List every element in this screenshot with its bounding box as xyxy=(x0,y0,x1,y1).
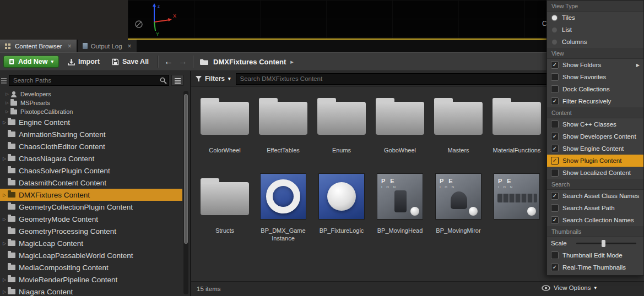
tree-item-label: PixotopeCalibration xyxy=(20,108,73,115)
tree-item-datasmithcontent-content[interactable]: DatasmithContent Content xyxy=(0,177,182,189)
search-paths-input[interactable] xyxy=(9,75,169,86)
expand-arrow-icon[interactable]: ▷ xyxy=(1,241,8,246)
tab-close-icon[interactable]: × xyxy=(68,42,72,50)
tree-item-magicleap-content[interactable]: ▷MagicLeap Content xyxy=(0,237,182,249)
tree-item-dmxfixtures-content[interactable]: ▷DMXFixtures Content xyxy=(0,189,182,201)
funnel-icon xyxy=(196,76,202,82)
folder-tile-enums[interactable]: Enums xyxy=(312,91,371,171)
tree-item-chaosniagara-content[interactable]: ▷ChaosNiagara Content xyxy=(0,152,182,165)
menu-item-show-plugin-content[interactable]: ✓Show Plugin Content xyxy=(547,155,643,167)
folder-tile-colorwheel[interactable]: ColorWheel xyxy=(196,91,254,171)
expand-arrow-icon[interactable]: ▷ xyxy=(1,156,8,161)
folder-tile-structs[interactable]: Structs xyxy=(196,171,254,251)
folder-icon xyxy=(10,109,17,114)
menu-item-show-developers-content[interactable]: ✓Show Developers Content xyxy=(547,130,643,142)
menu-item-search-asset-class-names[interactable]: ✓Search Asset Class Names xyxy=(547,190,643,202)
breadcrumb-label: DMXFixtures Content xyxy=(213,58,286,66)
folder-tile-masters[interactable]: Masters xyxy=(429,91,488,171)
tree-item-magicleappassableworld-content[interactable]: MagicLeapPassableWorld Content xyxy=(0,249,182,261)
menu-item-thumbnail-edit-mode[interactable]: Thumbnail Edit Mode xyxy=(547,249,643,261)
toolbar-separator-2 xyxy=(193,56,194,68)
tree-item-geometrycollectionplugin-content[interactable]: GeometryCollectionPlugin Content xyxy=(0,201,182,213)
expand-arrow-icon[interactable]: ▷ xyxy=(1,217,8,222)
menu-item-real-time-thumbnails[interactable]: ✓Real-Time Thumbnails xyxy=(547,261,643,273)
asset-tile-bp-movingmiror[interactable]: P EI O NBP_MovingMiror xyxy=(429,171,488,251)
tree-item-engine-content[interactable]: ▷Engine Content xyxy=(0,116,182,128)
menu-item-show-favorites[interactable]: Show Favorites xyxy=(547,71,643,83)
asset-thumb: P EI O N xyxy=(377,173,423,220)
menu-item-show-engine-content[interactable]: ✓Show Engine Content xyxy=(547,142,643,155)
expand-arrow-icon[interactable]: ▷ xyxy=(1,193,8,198)
expand-arrow-icon[interactable]: ▷ xyxy=(1,277,8,282)
menu-item-search-collection-names[interactable]: ✓Search Collection Names xyxy=(547,214,643,226)
menu-item-show-localized-content[interactable]: Show Localized Content xyxy=(547,167,643,179)
folder-icon xyxy=(199,58,209,65)
filters-button[interactable]: Filters ▾ xyxy=(196,75,231,83)
checkbox-icon: ✓ xyxy=(551,264,559,271)
expand-arrow-icon[interactable]: ▷ xyxy=(1,120,8,125)
import-button[interactable]: Import xyxy=(64,56,103,67)
tree-item-developers[interactable]: ▷Developers xyxy=(0,90,182,98)
folder-icon xyxy=(8,289,15,294)
fixture-preview xyxy=(394,190,407,212)
tree-item-chaosclotheditor-content[interactable]: ChaosClothEditor Content xyxy=(0,140,182,152)
breadcrumb-arrow-icon[interactable]: ▸ xyxy=(290,58,294,65)
tab-label: Content Browser xyxy=(15,43,62,50)
menu-item-columns[interactable]: Columns xyxy=(547,36,643,48)
expand-arrow-icon[interactable]: ▷ xyxy=(4,92,10,96)
menu-item-tiles[interactable]: Tiles xyxy=(547,12,643,24)
sources-toggle-icon[interactable] xyxy=(1,76,8,86)
tree-item-mspresets[interactable]: ▷MSPresets xyxy=(0,98,182,107)
save-icon xyxy=(112,58,119,65)
tree-scrollbar[interactable] xyxy=(183,91,188,294)
menu-item-list[interactable]: List xyxy=(547,24,643,36)
tree-item-movierenderpipeline-content[interactable]: ▷MovieRenderPipeline Content xyxy=(0,273,182,286)
add-new-button[interactable]: Add New ▾ xyxy=(3,56,59,68)
view-options-button[interactable]: View Options ▾ xyxy=(542,284,597,291)
menu-item-filter-recursively[interactable]: ✓Filter Recursively xyxy=(547,95,643,107)
forward-button[interactable]: → xyxy=(178,57,187,67)
tree-item-mediacompositing-content[interactable]: MediaCompositing Content xyxy=(0,261,182,273)
folder-tile-gobowheel[interactable]: GoboWheel xyxy=(371,91,429,171)
breadcrumb[interactable]: DMXFixtures Content ▸ xyxy=(199,58,294,66)
asset-thumb: P EI O N xyxy=(435,173,481,220)
paths-view-button[interactable] xyxy=(171,75,183,86)
watermark: P EI O N xyxy=(440,178,456,189)
menu-item-scale[interactable]: Scale xyxy=(547,237,643,249)
asset-tile-bp-movinghead[interactable]: P EI O NBP_MovingHead xyxy=(371,171,429,251)
asset-tile-bp-fixturelogic[interactable]: BP_FixtureLogic xyxy=(312,171,371,251)
slider-handle-icon[interactable] xyxy=(602,240,605,247)
scale-slider[interactable] xyxy=(576,243,636,244)
menu-item-show-folders[interactable]: ✓Show Folders▶ xyxy=(547,59,643,71)
checkbox-icon: ✓ xyxy=(551,192,559,200)
tree-item-niagara-content[interactable]: ▷Niagara Content xyxy=(0,286,182,296)
watermark: P EI O N xyxy=(381,178,397,189)
back-button[interactable]: ← xyxy=(164,57,173,67)
asset-tile-item[interactable]: P EI O N xyxy=(488,171,546,251)
folder-tile-effecttables[interactable]: EffectTables xyxy=(254,91,312,171)
tree-item-geometryprocessing-content[interactable]: GeometryProcessing Content xyxy=(0,225,182,237)
expand-arrow-icon[interactable]: ▷ xyxy=(4,101,10,105)
checkbox-icon xyxy=(551,73,559,81)
tree-item-pixotopecalibration[interactable]: ▷PixotopeCalibration xyxy=(0,107,182,116)
menu-item-dock-collections[interactable]: Dock Collections xyxy=(547,83,643,95)
expand-arrow-icon[interactable]: ▷ xyxy=(4,109,10,114)
checkbox-icon: ✓ xyxy=(551,133,559,140)
menu-item-show-c-classes[interactable]: Show C++ Classes xyxy=(547,118,643,130)
tab-close-icon[interactable]: × xyxy=(128,42,132,50)
expand-arrow-icon[interactable]: ▷ xyxy=(1,289,8,294)
tab-content-browser[interactable]: Content Browser× xyxy=(0,40,77,52)
save-all-button[interactable]: Save All xyxy=(109,56,152,67)
filters-label: Filters xyxy=(205,75,225,83)
tree-item-geometrymode-content[interactable]: ▷GeometryMode Content xyxy=(0,213,182,225)
tab-output-log[interactable]: Output Log× xyxy=(78,40,137,52)
tree-scrollbar-thumb[interactable] xyxy=(184,94,188,244)
asset-tile-bp-dmx-game-instance[interactable]: BP_DMX_Game Instance xyxy=(254,171,312,251)
tree-item-animationsharing-content[interactable]: AnimationSharing Content xyxy=(0,128,182,140)
folder-tile-materialfunctions[interactable]: MaterialFunctions xyxy=(488,91,546,171)
tree-item-chaossolverplugin-content[interactable]: ChaosSolverPlugin Content xyxy=(0,165,182,177)
tree-item-label: Developers xyxy=(20,91,51,97)
menu-item-search-asset-path[interactable]: Search Asset Path xyxy=(547,202,643,214)
sphere-icon xyxy=(469,207,478,216)
asset-label: BP_MovingMiror xyxy=(436,227,480,234)
